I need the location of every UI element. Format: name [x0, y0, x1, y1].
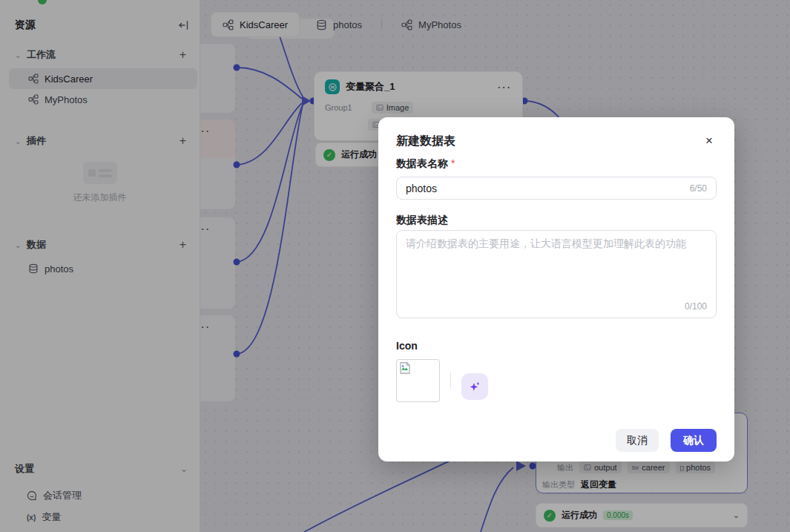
cancel-button[interactable]: 取消 — [616, 429, 659, 452]
required-mark: * — [451, 157, 455, 169]
sparkles-icon — [468, 380, 481, 393]
desc-char-counter: 0/100 — [685, 301, 707, 312]
icon-label: Icon — [396, 340, 418, 352]
create-table-dialog: 新建数据表 × 数据表名称* 6/50 数据表描述 0/100 Icon — [378, 117, 734, 462]
broken-image-icon — [398, 361, 412, 375]
dialog-title: 新建数据表 — [396, 134, 455, 149]
table-desc-field-wrap: 0/100 — [396, 230, 717, 318]
dialog-footer: 取消 确认 — [616, 429, 717, 452]
table-name-label: 数据表名称* — [396, 157, 455, 171]
table-desc-label: 数据表描述 — [396, 214, 448, 227]
table-desc-textarea[interactable] — [397, 231, 716, 296]
name-char-counter: 6/50 — [690, 183, 707, 194]
vertical-divider — [450, 372, 451, 389]
icon-upload-box[interactable] — [396, 359, 440, 402]
close-icon[interactable]: × — [700, 132, 718, 150]
table-name-input[interactable] — [406, 183, 690, 194]
table-name-field-wrap: 6/50 — [396, 177, 717, 200]
ai-generate-icon-button[interactable] — [461, 373, 488, 400]
app-screen: 资源 ⌄ 工作流 + KidsCareer — [0, 0, 790, 532]
confirm-button[interactable]: 确认 — [671, 429, 717, 452]
icon-picker-row — [396, 359, 488, 402]
